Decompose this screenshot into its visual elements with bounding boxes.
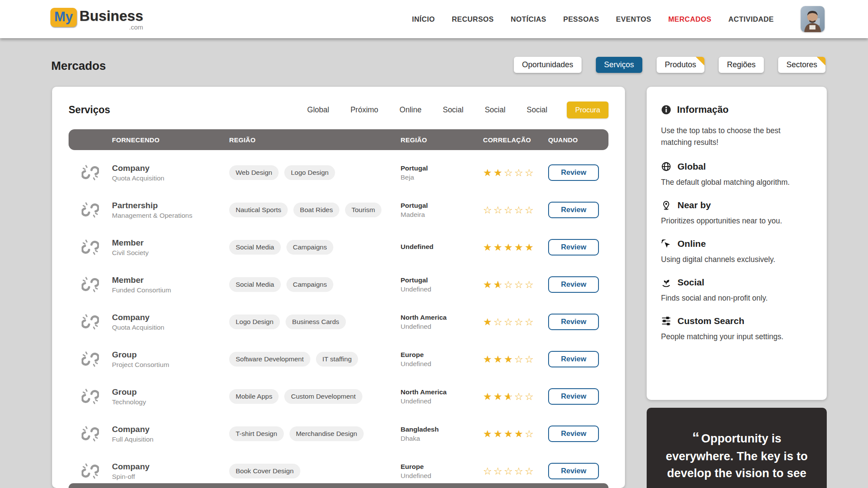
tag-pill-boat-rides[interactable]: Boat Rides xyxy=(293,203,339,217)
tag-pill-tourism[interactable]: Tourism xyxy=(345,203,381,217)
star-icon: ☆ xyxy=(493,465,504,477)
rating-stars: ★★★★☆ xyxy=(483,428,548,439)
row-subtitle: Civil Society xyxy=(112,249,229,257)
filter-link-social-5[interactable]: Social xyxy=(527,105,548,115)
row-title[interactable]: Company xyxy=(112,313,229,322)
row-region: Portugal xyxy=(401,164,483,172)
tag-pill-campaigns[interactable]: Campaigns xyxy=(286,277,333,292)
nav-item-mercados[interactable]: MERCADOS xyxy=(668,15,711,23)
row-subtitle: Management & Operations xyxy=(112,212,229,219)
star-icon: ★ xyxy=(483,242,493,253)
tag-pill-logo-design[interactable]: Logo Design xyxy=(229,314,280,329)
review-button[interactable]: Review xyxy=(548,276,599,293)
row-title[interactable]: Company xyxy=(112,462,229,472)
tag-pill-logo-design[interactable]: Logo Design xyxy=(284,165,335,180)
tag-pill-merchandise-design[interactable]: Merchandise Design xyxy=(289,426,364,441)
review-button[interactable]: Review xyxy=(548,202,599,218)
tab-sectores[interactable]: Sectores xyxy=(778,57,825,73)
tag-pill-custom-development[interactable]: Custom Development xyxy=(284,389,362,404)
broken-link-icon xyxy=(69,350,112,368)
star-icon: ★ xyxy=(483,391,493,402)
sidebar-section-custom-search: Custom SearchPeople matching your input … xyxy=(661,316,812,341)
rating-stars: ★★★★★ xyxy=(483,242,548,253)
nav-item-noti-cias[interactable]: NOTÍCIAS xyxy=(511,15,546,23)
row-region: Bangladesh xyxy=(401,426,483,433)
review-button[interactable]: Review xyxy=(548,351,599,367)
table-row: Company Full Aquisition T-shirt DesignMe… xyxy=(69,415,608,452)
nav-item-recursos[interactable]: RECURSOS xyxy=(452,15,494,23)
tag-pill-it-staffing[interactable]: IT staffing xyxy=(316,352,358,367)
star-icon: ☆ xyxy=(504,204,514,216)
star-icon: ★ xyxy=(483,167,493,178)
star-icon: ☆ xyxy=(493,204,504,216)
user-avatar[interactable] xyxy=(801,6,825,32)
broken-link-icon xyxy=(69,313,112,331)
filter-link-global-0[interactable]: Global xyxy=(307,105,329,115)
broken-link-icon xyxy=(69,276,112,293)
star-icon: ☆ xyxy=(483,465,493,477)
star-icon: ★ xyxy=(504,354,514,365)
broken-link-icon xyxy=(69,462,112,480)
star-icon: ☆ xyxy=(504,167,514,178)
review-button[interactable]: Review xyxy=(548,463,599,479)
filter-link-pro-ximo-1[interactable]: Próximo xyxy=(350,105,378,115)
tab-regio-es[interactable]: Regiões xyxy=(719,57,764,73)
filter-link-online-2[interactable]: Online xyxy=(400,105,422,115)
row-title[interactable]: Company xyxy=(112,164,229,173)
row-title[interactable]: Company xyxy=(112,425,229,434)
nav-item-eventos[interactable]: EVENTOS xyxy=(616,15,651,23)
tag-pill-campaigns[interactable]: Campaigns xyxy=(286,240,333,255)
review-button[interactable]: Review xyxy=(548,314,599,330)
row-tags: Mobile AppsCustom Development xyxy=(229,389,401,404)
cursor-click-icon xyxy=(661,239,671,249)
filter-link-social-4[interactable]: Social xyxy=(485,105,506,115)
tag-pill-book-cover-design[interactable]: Book Cover Design xyxy=(229,464,300,478)
tag-pill-mobile-apps[interactable]: Mobile Apps xyxy=(229,389,279,404)
row-title[interactable]: Group xyxy=(112,387,229,397)
row-tags: Logo DesignBusiness Cards xyxy=(229,314,401,329)
search-button[interactable]: Procura xyxy=(567,102,608,118)
tag-pill-software-development[interactable]: Software Development xyxy=(229,352,310,367)
site-logo[interactable]: My Business .com xyxy=(50,8,143,31)
logo-business-text: Business xyxy=(79,8,143,24)
star-icon: ☆ xyxy=(514,391,525,402)
nav-item-ini-cio[interactable]: INÍCIO xyxy=(412,15,435,23)
globe-icon xyxy=(661,161,671,172)
tag-pill-social-media[interactable]: Social Media xyxy=(229,277,281,292)
tag-pill-t-shirt-design[interactable]: T-shirt Design xyxy=(229,426,284,441)
tab-servic-os[interactable]: Serviços xyxy=(596,57,642,73)
corner-flag-icon xyxy=(696,57,704,66)
location-pin-icon xyxy=(661,200,671,210)
rating-stars: ★☆☆☆☆ xyxy=(483,316,548,328)
review-button[interactable]: Review xyxy=(548,426,599,442)
sidebar-section-online: OnlineUsing digital channels exclusively… xyxy=(661,239,812,264)
row-region-sub: Undefined xyxy=(401,360,483,368)
star-icon: ☆★ xyxy=(493,279,504,290)
filter-link-social-3[interactable]: Social xyxy=(443,105,464,115)
star-icon: ★ xyxy=(514,242,525,253)
review-button[interactable]: Review xyxy=(548,164,599,181)
tab-produtos[interactable]: Produtos xyxy=(657,57,704,73)
row-tags: T-shirt DesignMerchandise Design xyxy=(229,426,401,441)
review-button[interactable]: Review xyxy=(548,239,599,255)
table-header: FORNECENDOREGIÃOREGIÃOCORRELAÇÃOQUANDO xyxy=(69,129,608,150)
tab-oportunidades[interactable]: Oportunidades xyxy=(514,57,582,73)
tag-pill-social-media[interactable]: Social Media xyxy=(229,240,281,255)
row-title[interactable]: Group xyxy=(112,350,229,360)
row-title[interactable]: Member xyxy=(112,238,229,248)
tag-pill-web-design[interactable]: Web Design xyxy=(229,165,279,180)
tag-pill-nautical-sports[interactable]: Nautical Sports xyxy=(229,203,288,217)
table-row: Member Funded Consortium Social MediaCam… xyxy=(69,266,608,303)
row-subtitle: Project Consortium xyxy=(112,361,229,369)
row-region: North America xyxy=(401,314,483,321)
review-button[interactable]: Review xyxy=(548,388,599,405)
nav-item-actividade[interactable]: ACTIVIDADE xyxy=(728,15,774,23)
tag-pill-business-cards[interactable]: Business Cards xyxy=(286,314,346,329)
star-icon: ☆ xyxy=(514,279,525,290)
nav-item-pessoas[interactable]: PESSOAS xyxy=(563,15,599,23)
star-icon: ☆ xyxy=(504,279,514,290)
row-title[interactable]: Partnership xyxy=(112,201,229,210)
row-tags: Social MediaCampaigns xyxy=(229,240,401,255)
star-icon: ★ xyxy=(525,242,535,253)
row-title[interactable]: Member xyxy=(112,275,229,285)
